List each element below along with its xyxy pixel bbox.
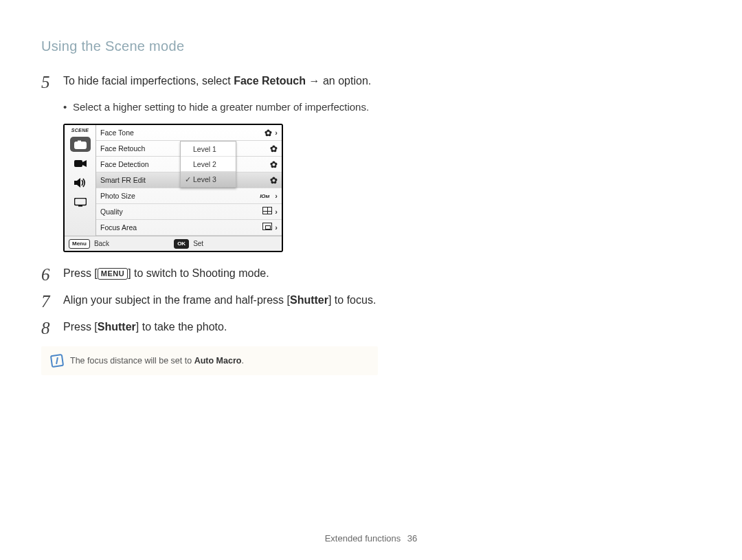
svg-rect-4: [74, 160, 82, 167]
step-7: 7 Align your subject in the frame and ha…: [41, 293, 378, 310]
step-7-number: 7: [41, 293, 54, 310]
step-6-number: 6: [41, 266, 54, 283]
face-detect-icon: ✿: [270, 159, 278, 170]
step-6: 6 Press [MENU] to switch to Shooting mod…: [41, 266, 378, 283]
menu-item-face-tone[interactable]: Face Tone ✿ ›: [96, 125, 282, 141]
video-icon[interactable]: [70, 156, 91, 171]
chevron-right-icon: ›: [275, 192, 278, 200]
menu-button-badge: Menu: [69, 239, 90, 249]
face-retouch-icon: ✿: [270, 144, 278, 154]
note-icon: [50, 354, 64, 368]
photo-size-icon: IOм: [257, 191, 272, 201]
set-label: Set: [193, 240, 203, 247]
note-callout: The focus distance will be set to Auto M…: [41, 346, 378, 375]
step-6-text: Press [MENU] to switch to Shooting mode.: [63, 266, 269, 283]
lcd-sidebar: SCENE: [65, 125, 96, 236]
svg-marker-5: [82, 160, 87, 167]
menu-item-photo-size[interactable]: Photo Size IOм ›: [96, 188, 282, 204]
chevron-right-icon: ›: [275, 128, 278, 137]
chevron-right-icon: ›: [275, 208, 278, 216]
note-text: The focus distance will be set to Auto M…: [70, 356, 244, 366]
svg-marker-6: [74, 178, 80, 188]
footer-page-number: 36: [407, 533, 417, 544]
step-5: 5 To hide facial imperfections, select F…: [41, 74, 378, 91]
step-8: 8 Press [Shutter] to take the photo.: [41, 320, 378, 337]
focus-area-icon: [262, 223, 272, 230]
level-submenu: Level 1 Level 2 ✓ Level 3: [180, 141, 236, 188]
page-title: Using the Scene mode: [41, 38, 701, 54]
step-8-number: 8: [41, 320, 54, 337]
camera-icon[interactable]: [70, 137, 91, 152]
lcd-footer: Menu Back OK Set: [65, 236, 282, 251]
step-5-text: To hide facial imperfections, select Fac…: [63, 74, 371, 91]
page-footer: Extended functions 36: [0, 533, 742, 544]
ok-button-badge: OK: [174, 239, 189, 249]
step-5-sub-bullet: Select a higher setting to hide a greate…: [63, 100, 378, 114]
step-5-number: 5: [41, 74, 54, 91]
svg-rect-7: [74, 198, 86, 205]
submenu-level-1[interactable]: Level 1: [181, 142, 236, 157]
submenu-level-3[interactable]: ✓ Level 3: [181, 172, 236, 187]
footer-section: Extended functions: [325, 533, 401, 544]
menu-key-badge: MENU: [98, 268, 128, 280]
submenu-level-2[interactable]: Level 2: [181, 157, 236, 172]
chevron-right-icon: ›: [275, 223, 278, 232]
sound-icon[interactable]: [70, 175, 91, 190]
smart-fr-icon: ✿: [270, 175, 278, 186]
check-icon: ✓: [185, 175, 193, 184]
step-8-text: Press [Shutter] to take the photo.: [63, 320, 227, 337]
step-7-text: Align your subject in the frame and half…: [63, 293, 376, 310]
menu-item-quality[interactable]: Quality ›: [96, 204, 282, 220]
back-label: Back: [94, 240, 109, 247]
svg-rect-8: [78, 205, 82, 207]
face-tone-icon: ✿: [265, 128, 272, 138]
lcd-mode-label: SCENE: [71, 128, 89, 133]
display-icon[interactable]: [70, 194, 91, 210]
camera-menu-screenshot: SCENE: [63, 124, 283, 252]
step-5-bullet-item: Select a higher setting to hide a greate…: [63, 100, 378, 114]
lcd-main-list: Face Tone ✿ › Face Retouch ✿ Face Detect…: [96, 125, 282, 236]
menu-item-focus-area[interactable]: Focus Area ›: [96, 220, 282, 236]
quality-icon: [262, 207, 272, 214]
svg-rect-3: [78, 140, 81, 142]
